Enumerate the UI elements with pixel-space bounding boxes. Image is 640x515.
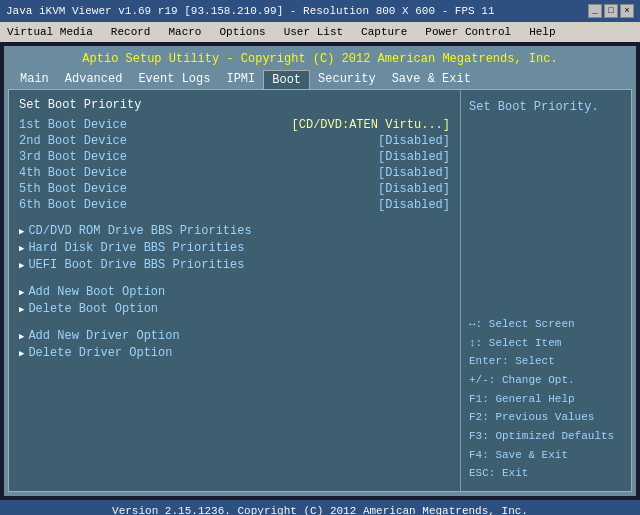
boot-device-row-2: 2nd Boot Device [Disabled] [19, 134, 450, 148]
boot-device-label-1: 1st Boot Device [19, 118, 127, 132]
key-f1: F1: General Help [469, 390, 623, 409]
tab-boot[interactable]: Boot [263, 70, 310, 89]
key-esc: ESC: Exit [469, 464, 623, 483]
menu-capture[interactable]: Capture [358, 26, 410, 38]
tab-security[interactable]: Security [310, 70, 384, 89]
boot-device-value-4[interactable]: [Disabled] [378, 166, 450, 180]
tab-advanced[interactable]: Advanced [57, 70, 131, 89]
tab-main[interactable]: Main [12, 70, 57, 89]
boot-device-label-4: 4th Boot Device [19, 166, 127, 180]
boot-device-row-6: 6th Boot Device [Disabled] [19, 198, 450, 212]
key-select-screen: ↔: Select Screen [469, 315, 623, 334]
maximize-button[interactable]: □ [604, 4, 618, 18]
uefi-bbs-priorities[interactable]: UEFI Boot Drive BBS Priorities [19, 258, 450, 272]
add-driver-option[interactable]: Add New Driver Option [19, 329, 450, 343]
menu-power-control[interactable]: Power Control [422, 26, 514, 38]
close-button[interactable]: × [620, 4, 634, 18]
menu-bar: Virtual Media Record Macro Options User … [0, 22, 640, 42]
bios-tabs: Main Advanced Event Logs IPMI Boot Secur… [4, 68, 636, 89]
title-bar-controls: _ □ × [588, 4, 634, 18]
menu-record[interactable]: Record [108, 26, 154, 38]
boot-device-row-5: 5th Boot Device [Disabled] [19, 182, 450, 196]
hdd-bbs-priorities[interactable]: Hard Disk Drive BBS Priorities [19, 241, 450, 255]
boot-device-label-2: 2nd Boot Device [19, 134, 127, 148]
footer-text: Version 2.15.1236. Copyright (C) 2012 Am… [112, 505, 528, 515]
key-f2: F2: Previous Values [469, 408, 623, 427]
menu-macro[interactable]: Macro [165, 26, 204, 38]
footer: Version 2.15.1236. Copyright (C) 2012 Am… [0, 500, 640, 515]
bios-header: Aptio Setup Utility - Copyright (C) 2012… [4, 46, 636, 68]
delete-driver-option[interactable]: Delete Driver Option [19, 346, 450, 360]
add-boot-option[interactable]: Add New Boot Option [19, 285, 450, 299]
tab-ipmi[interactable]: IPMI [218, 70, 263, 89]
menu-help[interactable]: Help [526, 26, 558, 38]
boot-device-label-3: 3rd Boot Device [19, 150, 127, 164]
boot-device-label-6: 6th Boot Device [19, 198, 127, 212]
bios-container: Aptio Setup Utility - Copyright (C) 2012… [4, 46, 636, 496]
boot-device-row-4: 4th Boot Device [Disabled] [19, 166, 450, 180]
delete-boot-option[interactable]: Delete Boot Option [19, 302, 450, 316]
menu-virtual-media[interactable]: Virtual Media [4, 26, 96, 38]
help-text: Set Boot Priority. [469, 98, 623, 116]
boot-device-value-6[interactable]: [Disabled] [378, 198, 450, 212]
key-enter: Enter: Select [469, 352, 623, 371]
bios-content: Set Boot Priority 1st Boot Device [CD/DV… [8, 89, 632, 492]
left-panel: Set Boot Priority 1st Boot Device [CD/DV… [9, 90, 461, 491]
boot-device-value-1[interactable]: [CD/DVD:ATEN Virtu...] [292, 118, 450, 132]
key-select-item: ↕: Select Item [469, 334, 623, 353]
boot-device-value-5[interactable]: [Disabled] [378, 182, 450, 196]
key-help: ↔: Select Screen ↕: Select Item Enter: S… [469, 315, 623, 483]
key-f3: F3: Optimized Defaults [469, 427, 623, 446]
menu-options[interactable]: Options [216, 26, 268, 38]
boot-device-row-1: 1st Boot Device [CD/DVD:ATEN Virtu...] [19, 118, 450, 132]
tab-save-exit[interactable]: Save & Exit [384, 70, 479, 89]
boot-device-label-5: 5th Boot Device [19, 182, 127, 196]
key-change-opt: +/-: Change Opt. [469, 371, 623, 390]
boot-device-value-2[interactable]: [Disabled] [378, 134, 450, 148]
boot-device-value-3[interactable]: [Disabled] [378, 150, 450, 164]
menu-user-list[interactable]: User List [281, 26, 346, 38]
boot-device-row-3: 3rd Boot Device [Disabled] [19, 150, 450, 164]
title-bar: Java iKVM Viewer v1.69 r19 [93.158.210.9… [0, 0, 640, 22]
section-title: Set Boot Priority [19, 98, 450, 112]
tab-event-logs[interactable]: Event Logs [130, 70, 218, 89]
key-f4: F4: Save & Exit [469, 446, 623, 465]
right-panel: Set Boot Priority. ↔: Select Screen ↕: S… [461, 90, 631, 491]
minimize-button[interactable]: _ [588, 4, 602, 18]
title-bar-text: Java iKVM Viewer v1.69 r19 [93.158.210.9… [6, 5, 494, 17]
cdvd-bbs-priorities[interactable]: CD/DVD ROM Drive BBS Priorities [19, 224, 450, 238]
